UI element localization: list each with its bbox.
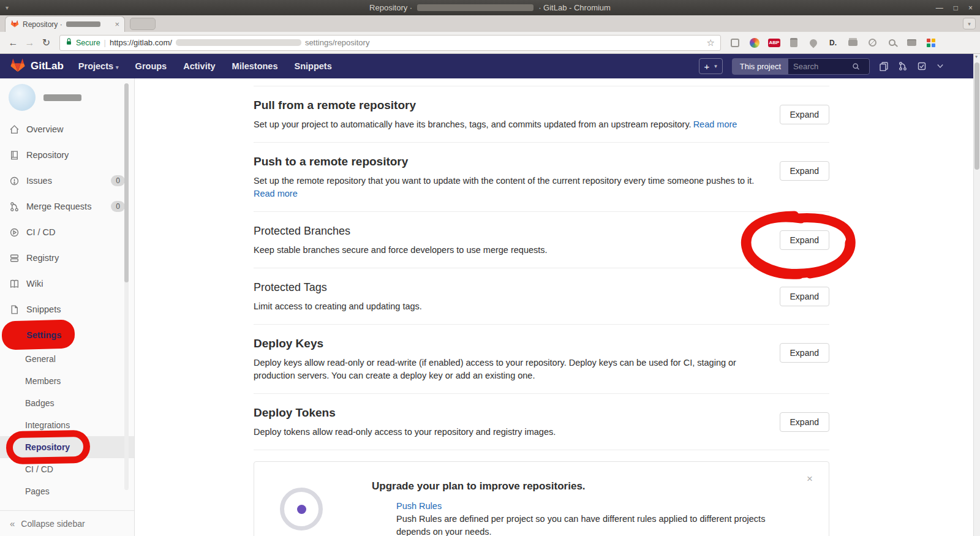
- sidebar-item-label: Repository: [26, 150, 69, 160]
- profile-dropdown-caret-icon[interactable]: [936, 63, 944, 69]
- sidebar-subitem-badges[interactable]: Badges: [0, 392, 134, 414]
- browser-profile-button[interactable]: ▾: [963, 18, 976, 29]
- section-title: Protected Tags: [254, 279, 763, 295]
- page-scrollbar-thumb[interactable]: [974, 62, 979, 170]
- search-scope-label[interactable]: This project: [733, 59, 788, 74]
- sidebar-item-snippets[interactable]: Snippets: [0, 296, 134, 322]
- briefcase-extension-icon[interactable]: [905, 37, 918, 49]
- apps-grid-extension-icon[interactable]: [925, 37, 937, 49]
- collapse-label: Collapse sidebar: [21, 519, 85, 529]
- section-deploy-keys: Deploy Keys Deploy keys allow read-only …: [254, 325, 829, 394]
- sidebar-subitem-pages[interactable]: Pages: [0, 480, 134, 502]
- subitem-label: Badges: [25, 398, 54, 408]
- todos-icon[interactable]: [917, 61, 927, 71]
- sidebar-scrollbar-thumb[interactable]: [124, 83, 129, 282]
- browser-tab-strip: Repository · × ▾: [0, 15, 980, 32]
- push-rules-link[interactable]: Push Rules: [396, 501, 442, 511]
- sidebar-item-repository[interactable]: Repository: [0, 142, 134, 168]
- nav-link-milestones[interactable]: Milestones: [232, 61, 278, 71]
- bookmark-star-icon[interactable]: ☆: [707, 37, 715, 48]
- project-header[interactable]: [0, 78, 134, 116]
- gitlab-brand[interactable]: GitLab: [10, 58, 64, 75]
- read-more-link[interactable]: Read more: [693, 119, 737, 129]
- adblock-extension-icon[interactable]: ABP: [768, 37, 780, 49]
- sidebar-item-label: Registry: [26, 253, 59, 263]
- search-input[interactable]: [793, 62, 852, 71]
- palette-extension-icon[interactable]: [748, 37, 761, 49]
- issues-dashboard-icon[interactable]: [879, 61, 889, 71]
- sidebar-subitem-general[interactable]: General: [0, 348, 134, 370]
- scrollbar-stepper-icon[interactable]: ▾: [975, 54, 978, 59]
- sidebar-item-issues[interactable]: Issues 0: [0, 168, 134, 194]
- project-sidebar: Overview Repository Issues 0 Merge Reque…: [0, 78, 135, 536]
- close-button[interactable]: ×: [968, 4, 973, 12]
- printer-extension-icon[interactable]: [846, 37, 859, 49]
- clipboard-extension-icon[interactable]: [788, 37, 800, 49]
- sidebar-subitem-members[interactable]: Members: [0, 370, 134, 392]
- d-extension-icon[interactable]: D.: [827, 37, 839, 49]
- pipeline-icon: [9, 227, 20, 238]
- maximize-button[interactable]: □: [954, 4, 958, 12]
- tab-stub[interactable]: [130, 18, 156, 30]
- browser-toolbar: ← → ↻ Secure | https://gitlab.com/ setti…: [0, 32, 980, 54]
- settings-content: Pull from a remote repository Set up you…: [135, 78, 980, 536]
- tab-title: Repository ·: [23, 20, 62, 29]
- screen: ▾ Repository · · GitLab - Chromium — □ ×…: [0, 0, 980, 536]
- forward-button[interactable]: →: [21, 37, 38, 48]
- upgrade-gem-icon: [280, 488, 323, 530]
- upgrade-plan-panel: Upgrade your plan to improve repositorie…: [254, 461, 829, 536]
- expand-button-protected-tags[interactable]: Expand: [780, 287, 829, 306]
- address-bar[interactable]: Secure | https://gitlab.com/ settings/re…: [59, 35, 721, 51]
- subitem-label: CI / CD: [25, 464, 53, 474]
- sidebar-item-merge-requests[interactable]: Merge Requests 0: [0, 194, 134, 219]
- window-title-right: · GitLab - Chromium: [538, 3, 611, 12]
- sidebar-item-registry[interactable]: Registry: [0, 245, 134, 271]
- nav-link-activity[interactable]: Activity: [183, 61, 215, 71]
- back-button[interactable]: ←: [5, 37, 21, 48]
- new-dropdown-button[interactable]: + ▾: [699, 58, 723, 74]
- sidebar-subitem-integrations[interactable]: Integrations: [0, 414, 134, 436]
- section-protected-tags: Protected Tags Limit access to creating …: [254, 268, 829, 325]
- collapse-sidebar-button[interactable]: « Collapse sidebar: [0, 510, 134, 536]
- dismiss-icon[interactable]: ×: [807, 473, 813, 485]
- expand-button-deploy-keys[interactable]: Expand: [780, 343, 829, 363]
- window-controls: — □ ×: [936, 4, 973, 12]
- merge-requests-count-badge: 0: [111, 201, 125, 212]
- expand-button-protected-branches[interactable]: Expand: [780, 230, 829, 250]
- subitem-label: Integrations: [25, 420, 70, 430]
- read-more-link[interactable]: Read more: [254, 187, 763, 200]
- chevron-down-icon: ▾: [116, 64, 119, 70]
- sidebar-subitem-repository[interactable]: Repository: [0, 436, 134, 458]
- reload-button[interactable]: ↻: [38, 37, 55, 48]
- section-deploy-tokens: Deploy Tokens Deploy tokens allow read-o…: [254, 394, 829, 450]
- nav-link-snippets[interactable]: Snippets: [295, 61, 332, 71]
- search-box[interactable]: [788, 59, 869, 74]
- expand-button-pull[interactable]: Expand: [780, 105, 829, 124]
- minimize-button[interactable]: —: [936, 4, 943, 12]
- sidebar-item-ci-cd[interactable]: CI / CD: [0, 219, 134, 245]
- merge-requests-icon[interactable]: [898, 61, 908, 71]
- page-scrollbar[interactable]: ▾: [973, 54, 980, 536]
- browser-tab[interactable]: Repository · ×: [5, 16, 125, 32]
- frame-extension-icon[interactable]: [729, 37, 741, 49]
- url-redaction: [176, 39, 301, 46]
- sidebar-scrollbar[interactable]: [124, 83, 129, 490]
- window-menu-icon[interactable]: ▾: [6, 4, 9, 11]
- section-protected-branches: Protected Branches Keep stable branches …: [254, 212, 829, 268]
- nav-link-projects[interactable]: Projects▾: [78, 61, 119, 71]
- pin-extension-icon[interactable]: [807, 37, 820, 49]
- sidebar-item-overview[interactable]: Overview: [0, 116, 134, 142]
- sidebar-item-wiki[interactable]: Wiki: [0, 271, 134, 296]
- gitlab-brand-name: GitLab: [31, 60, 64, 72]
- navbar-links: Projects▾ Groups Activity Milestones Sni…: [78, 61, 332, 71]
- section-title: Deploy Keys: [254, 336, 763, 352]
- sidebar-item-settings[interactable]: Settings: [0, 322, 134, 348]
- expand-button-deploy-tokens[interactable]: Expand: [780, 412, 829, 432]
- sidebar-subitem-ci-cd[interactable]: CI / CD: [0, 458, 134, 480]
- nav-link-groups[interactable]: Groups: [135, 61, 167, 71]
- tab-close-icon[interactable]: ×: [115, 20, 119, 29]
- secure-label: Secure: [76, 39, 100, 47]
- expand-button-push[interactable]: Expand: [780, 161, 829, 181]
- blocker-extension-icon[interactable]: [866, 37, 878, 49]
- zoom-extension-icon[interactable]: [886, 37, 898, 49]
